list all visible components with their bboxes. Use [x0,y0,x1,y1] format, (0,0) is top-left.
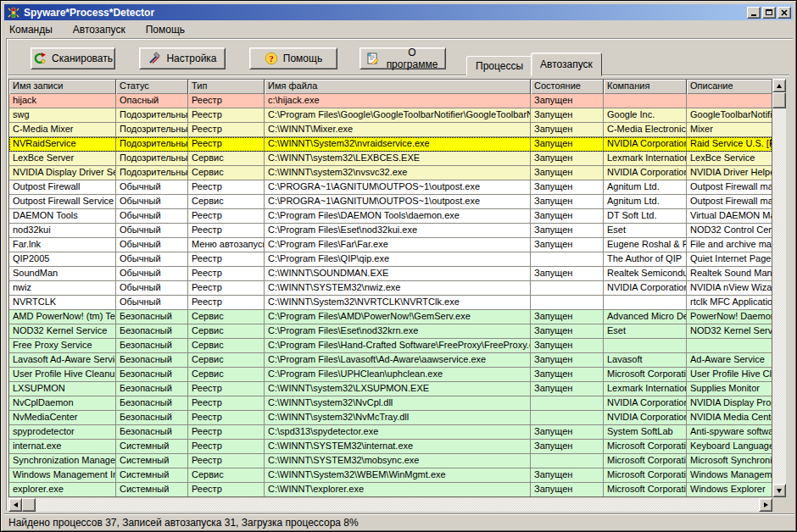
cell-file: C:\WINNT\System32\nvraidservice.exe [265,137,531,151]
cell-status: Обычный [116,209,188,223]
cell-status: Безопасный [116,411,188,424]
scroll-up-button[interactable] [772,79,786,92]
cell-file: C:\WINNT\system32\NvMcTray.dll [265,411,531,424]
horizontal-scrollbar-track[interactable] [36,498,759,512]
table-row[interactable]: User Profile Hive CleanupБезопасныйСерви… [9,368,772,382]
table-row[interactable]: Outpost FirewallОбычныйРеестрC:\PROGRA~1… [9,180,772,195]
cell-company: Microsoft Corporation [604,368,687,381]
table-row[interactable]: LXSUPMONБезопасныйРеестрC:\WINNT\system3… [9,382,772,396]
table-row[interactable]: swgПодозрительныйРеестрC:\Program Files\… [9,108,772,123]
column-header-status[interactable]: Статус [116,80,188,94]
scan-button[interactable]: Сканировать [31,47,115,69]
vertical-scrollbar[interactable] [772,79,786,497]
cell-description: File and archive manager [687,238,772,252]
menu-item-commands[interactable]: Команды [9,24,53,36]
table-row[interactable]: NVRTCLKОбычныйРеестрC:\WINNT\System32\NV… [9,296,772,310]
table-row[interactable]: Windows Management InstrumentationСистем… [9,468,772,483]
cell-status: Подозрительный [116,108,188,122]
table-row[interactable]: Synchronization ManagerСистемныйРеестрC:… [9,454,772,468]
cell-description: Windows Explorer [687,483,772,496]
tab-autostart[interactable]: Автозапуск [531,53,602,76]
cell-name: nwiz [9,281,116,295]
table-row[interactable]: NVIDIA Display Driver ServiceПодозритель… [9,166,772,180]
column-header-description[interactable]: Описание [687,80,772,94]
maximize-button[interactable] [762,7,776,19]
table-row[interactable]: hijackОпасныйРеестрc:\hijack.exeЗапущен [9,94,772,108]
menu-item-autostart[interactable]: Автозапуск [73,24,125,36]
scroll-right-button[interactable] [759,498,772,512]
app-window: Spyware*Process*Detector Команды Автозап… [0,0,797,532]
column-header-file[interactable]: Имя файла [265,80,531,94]
menu-item-help[interactable]: Помощь [146,24,185,36]
vertical-scrollbar-thumb[interactable] [772,92,786,108]
cell-type: Сервис [188,195,265,208]
cell-type: Меню автозапуска [188,238,265,252]
table-row[interactable]: spyprodetectorБезопасныйРеестрC:\spd313\… [9,425,772,440]
column-header-type[interactable]: Тип [188,80,265,94]
column-header-state[interactable]: Состояние [531,80,604,94]
cell-file: C:\Program Files\Lavasoft\Ad-Aware\aawse… [265,353,531,367]
settings-button[interactable]: Настройка [139,47,226,69]
cell-type: Реестр [188,137,265,151]
cell-file: C:\WINNT\SYSTEM32\nwiz.exe [265,281,531,295]
cell-name: NVRTCLK [9,296,116,309]
close-button[interactable] [777,7,791,19]
table-row[interactable]: DAEMON ToolsОбычныйРеестрC:\Program File… [9,209,772,224]
scroll-left-button[interactable] [8,498,22,512]
table-row[interactable]: Free Proxy ServiceБезопасныйСервисC:\Pro… [9,339,772,353]
titlebar[interactable]: Spyware*Process*Detector [4,4,793,20]
column-header-name[interactable]: Имя записи [9,80,116,94]
cell-description: NOD32 Kernel Service [687,324,772,338]
cell-state: Запущен [531,267,604,280]
table-row[interactable]: Outpost Firewall ServiceОбычныйСервисC:\… [9,195,772,209]
cell-name: spyprodetector [9,425,116,439]
cell-state: Запущен [531,238,604,252]
cell-type: Реестр [188,94,265,108]
help-button[interactable]: ? Помощь [249,47,337,69]
up-arrow-icon [777,84,782,88]
cell-description: User Profile Hive Cleanup [687,368,772,381]
table-row[interactable]: Far.lnkОбычныйМеню автозапускаC:\Program… [9,238,772,252]
cell-company: Lexmark International [604,382,687,396]
table-row[interactable]: LexBce ServerПодозрительныйСервисC:\WINN… [9,152,772,166]
cell-file: C:\Program Files\QIP\qip.exe [265,252,531,266]
cell-company: Eset [604,324,687,338]
about-button[interactable]: О программе [359,47,446,69]
tab-processes[interactable]: Процессы [466,56,532,76]
cell-description: rtclk MFC Application [687,296,772,309]
cell-company: Microsoft Corporation [604,440,687,453]
cell-description: NVIDIA Driver Helper Service [687,166,772,180]
horizontal-scrollbar-thumb[interactable] [22,498,36,512]
table-row[interactable]: Lavasoft Ad-Aware ServiceБезопасныйСерви… [9,353,772,368]
table-row[interactable]: AMD PowerNow! (tm) Technology ServiceБез… [9,310,772,324]
cell-name: NvCplDaemon [9,396,116,410]
cell-company: System SoftLab [604,425,687,439]
column-header-company[interactable]: Компания [604,80,687,94]
table-row[interactable]: SoundManОбычныйРеестрC:\WINNT\SOUNDMAN.E… [9,267,772,281]
autostart-table-body: hijackОпасныйРеестрc:\hijack.exeЗапущенs… [9,94,772,497]
cell-type: Сервис [188,324,265,338]
table-row[interactable]: QIP2005ОбычныйРеестрC:\Program Files\QIP… [9,252,772,267]
cell-company [604,94,687,108]
cell-company: Microsoft Corporation [604,468,687,482]
cell-company [604,339,687,352]
table-row[interactable]: nwizОбычныйРеестрC:\WINNT\SYSTEM32\nwiz.… [9,281,772,296]
table-row[interactable]: NvCplDaemonБезопасныйРеестрC:\WINNT\syst… [9,396,772,411]
table-row[interactable]: NVRaidServiceПодозрительныйРеестрC:\WINN… [9,137,772,152]
minimize-button[interactable] [747,7,761,19]
table-row[interactable]: internat.exeСистемныйРеестрC:\WINNT\SYST… [9,440,772,454]
cell-status: Подозрительный [116,166,188,180]
cell-description: Outpost Firewall main module [687,180,772,194]
cell-type: Реестр [188,209,265,223]
scroll-down-button[interactable] [772,484,786,497]
table-row[interactable]: C-Media MixerПодозрительныйРеестрC:\WINN… [9,123,772,137]
table-row[interactable]: explorer.exeСистемныйРеестрC:\WINNT\expl… [9,483,772,497]
table-row[interactable]: nod32kuiОбычныйРеестрC:\Program Files\Es… [9,224,772,238]
cell-name: NOD32 Kernel Service [9,324,116,338]
help-question-icon: ? [265,52,278,65]
table-row[interactable]: NvMediaCenterБезопасныйРеестрC:\WINNT\sy… [9,411,772,425]
cell-description: NVIDIA Media Center [687,411,772,424]
table-row[interactable]: NOD32 Kernel ServiceБезопасныйСервисC:\P… [9,324,772,339]
horizontal-scrollbar[interactable] [8,498,772,512]
cell-name: QIP2005 [9,252,116,266]
